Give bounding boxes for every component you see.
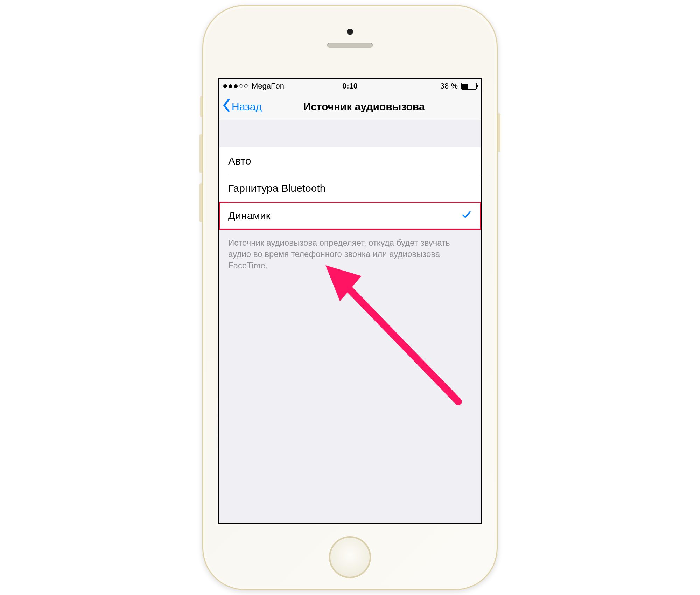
back-button[interactable]: Назад [219,99,262,114]
option-bluetooth-headset[interactable]: Гарнитура Bluetooth [219,175,481,202]
earpiece-speaker [327,43,373,48]
power-button [498,113,500,152]
option-speaker[interactable]: Динамик [219,202,481,229]
battery-icon [461,83,477,90]
audio-route-list: Авто Гарнитура Bluetooth Динамик [219,147,481,230]
section-footer: Источник аудиовызова определяет, откуда … [219,230,481,271]
checkmark-icon [461,209,472,222]
front-camera [347,29,353,35]
volume-up-button [200,134,202,173]
option-label: Динамик [228,210,271,222]
screen: MegaFon 0:10 38 % Назад Источник аудиовы… [218,78,482,524]
mute-switch [200,96,202,117]
carrier-label: MegaFon [252,82,284,91]
volume-down-button [200,183,202,222]
navigation-bar: Назад Источник аудиовызова [219,93,481,120]
status-bar: MegaFon 0:10 38 % [219,79,481,93]
home-button[interactable] [329,536,371,578]
option-auto[interactable]: Авто [219,147,481,175]
signal-strength-icon [223,84,248,88]
option-label: Авто [228,155,251,167]
back-label: Назад [232,101,262,113]
option-label: Гарнитура Bluetooth [228,182,326,194]
chevron-left-icon [222,99,231,114]
clock: 0:10 [342,82,358,91]
iphone-device-frame: MegaFon 0:10 38 % Назад Источник аудиовы… [202,5,498,590]
battery-percent: 38 % [440,82,458,91]
